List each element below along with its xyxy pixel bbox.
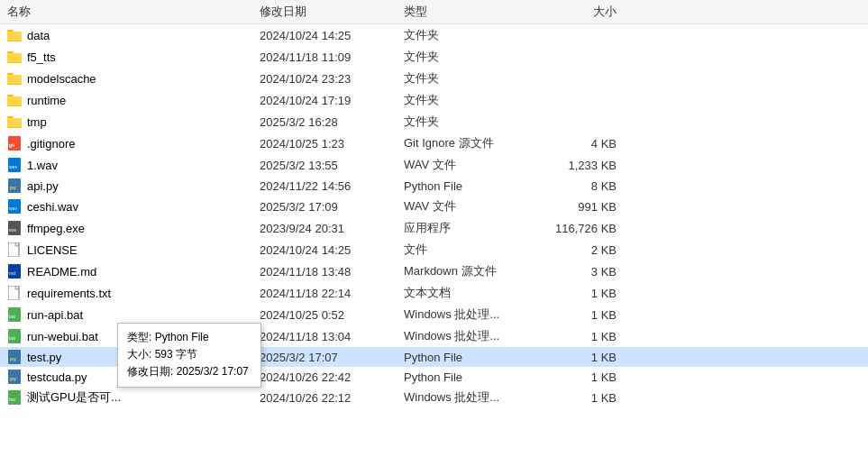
file-name-cell: bat run-api.bat [7,307,260,322]
file-date: 2024/10/26 22:42 [260,370,404,384]
file-name-text: test.py [27,351,61,364]
bat-file-icon: bat [7,390,22,405]
svg-text:wav: wav [9,206,17,211]
file-name-cell: LICENSE [7,242,260,257]
file-row[interactable]: tmp 2025/3/2 16:28 文件夹 [0,111,868,132]
file-row[interactable]: wav ceshi.wav 2025/3/2 17:09 WAV 文件 991 … [0,196,868,217]
file-date: 2025/3/2 17:07 [260,351,404,364]
file-type: WAV 文件 [404,157,548,173]
folder-icon [7,28,22,42]
file-name-text: requirements.txt [27,287,111,300]
file-row[interactable]: wav 1.wav 2025/3/2 13:55 WAV 文件 1,233 KB [0,154,868,176]
svg-rect-11 [7,96,22,105]
svg-text:bat: bat [9,314,16,319]
file-type: 文件夹 [404,92,548,108]
folder-icon [7,71,22,86]
file-date: 2024/11/22 14:56 [260,179,404,193]
file-row[interactable]: md README.md 2024/11/18 13:48 Markdown 源… [0,260,868,282]
file-name-cell: wav ceshi.wav [7,199,260,214]
python-file-icon: py [7,370,22,384]
file-row[interactable]: py api.py 2024/11/22 14:56 Python File 8… [0,176,868,196]
file-name-cell: runtime [7,93,260,107]
file-name-cell: requirements.txt [7,286,260,300]
file-name-text: data [27,29,50,42]
bat-file-icon: bat [7,329,22,343]
file-name-cell: py api.py [7,178,260,193]
file-type: Markdown 源文件 [404,263,548,279]
file-row[interactable]: modelscache 2024/10/24 23:23 文件夹 [0,68,868,89]
file-date: 2025/3/2 16:28 [260,115,404,129]
file-size: 1,233 KB [548,159,620,172]
file-row[interactable]: data 2024/10/24 14:25 文件夹 [0,24,868,46]
file-name-cell: tmp [7,114,260,129]
svg-rect-8 [7,75,22,84]
header-type[interactable]: 类型 [404,4,548,20]
wav-file-icon: wav [7,158,22,172]
svg-text:bat: bat [9,397,16,402]
file-explorer: 名称 修改日期 类型 大小 data 2024/10/24 14:25 文件夹 [0,0,868,408]
wav-file-icon: wav [7,199,22,214]
file-row[interactable]: bat 测试GPU是否可... 2024/10/26 22:12 Windows… [0,387,868,408]
svg-text:py: py [10,376,17,381]
file-date: 2024/11/18 13:04 [260,330,404,343]
file-size: 116,726 KB [548,222,620,235]
file-name-text: 1.wav [27,159,58,172]
file-name-text: ceshi.wav [27,200,78,214]
header-size[interactable]: 大小 [548,4,620,20]
file-type: 应用程序 [404,220,548,236]
python-file-icon: py [7,350,22,364]
tooltip: 类型: Python File 大小: 593 字节 修改日期: 2025/3/… [117,323,261,388]
file-name-text: ffmpeg.exe [27,222,85,235]
svg-text:bat: bat [9,335,16,341]
git-file-icon: git [7,136,22,151]
file-date: 2024/10/24 14:25 [260,29,404,42]
svg-text:git: git [9,142,14,148]
file-type: 文件夹 [404,49,548,65]
file-date: 2024/11/18 11:09 [260,50,404,64]
file-type: 文本文档 [404,285,548,301]
header-row: 名称 修改日期 类型 大小 [0,0,868,24]
file-size: 1 KB [548,391,620,405]
file-date: 2025/3/2 13:55 [260,159,404,172]
file-row[interactable]: LICENSE 2024/10/24 14:25 文件 2 KB [0,239,868,260]
md-file-icon: md [7,264,22,279]
file-name-cell: wav 1.wav [7,158,260,172]
file-name-text: f5_tts [27,50,56,64]
file-type: Python File [404,351,548,364]
file-row[interactable]: exe ffmpeg.exe 2023/9/24 20:31 应用程序 116,… [0,217,868,239]
folder-icon [7,50,22,64]
file-date: 2024/10/24 17:19 [260,94,404,107]
file-size: 3 KB [548,265,620,279]
folder-icon [7,93,22,107]
file-size: 1 KB [548,330,620,343]
file-row[interactable]: runtime 2024/10/24 17:19 文件夹 [0,89,868,111]
file-date: 2024/10/24 23:23 [260,72,404,86]
generic-file-icon [7,242,22,257]
header-name[interactable]: 名称 [7,4,260,20]
generic-file-icon [7,286,22,300]
svg-rect-14 [7,118,22,127]
file-row[interactable]: git .gitignore 2024/10/25 1:23 Git Ignor… [0,132,868,154]
file-name-text: api.py [27,179,59,193]
header-date[interactable]: 修改日期 [260,4,404,20]
file-name-cell: exe ffmpeg.exe [7,221,260,235]
file-size: 1 KB [548,351,620,364]
file-size: 991 KB [548,200,620,214]
file-name-text: README.md [27,265,96,279]
tooltip-date: 修改日期: 2025/3/2 17:07 [127,363,251,380]
file-size: 1 KB [548,308,620,322]
file-row[interactable]: f5_tts 2024/11/18 11:09 文件夹 [0,46,868,68]
file-row[interactable]: requirements.txt 2024/11/18 22:14 文本文档 1… [0,282,868,304]
file-size: 4 KB [548,137,620,151]
file-name-cell: modelscache [7,71,260,86]
svg-rect-5 [7,53,22,62]
file-date: 2024/10/24 14:25 [260,243,404,257]
file-type: Windows 批处理... [404,306,548,323]
svg-text:py: py [10,185,17,190]
svg-rect-2 [7,32,22,41]
folder-icon [7,114,22,129]
exe-file-icon: exe [7,221,22,235]
file-name-text: .gitignore [27,137,75,151]
file-size: 8 KB [548,179,620,193]
file-type: Windows 批处理... [404,389,548,406]
